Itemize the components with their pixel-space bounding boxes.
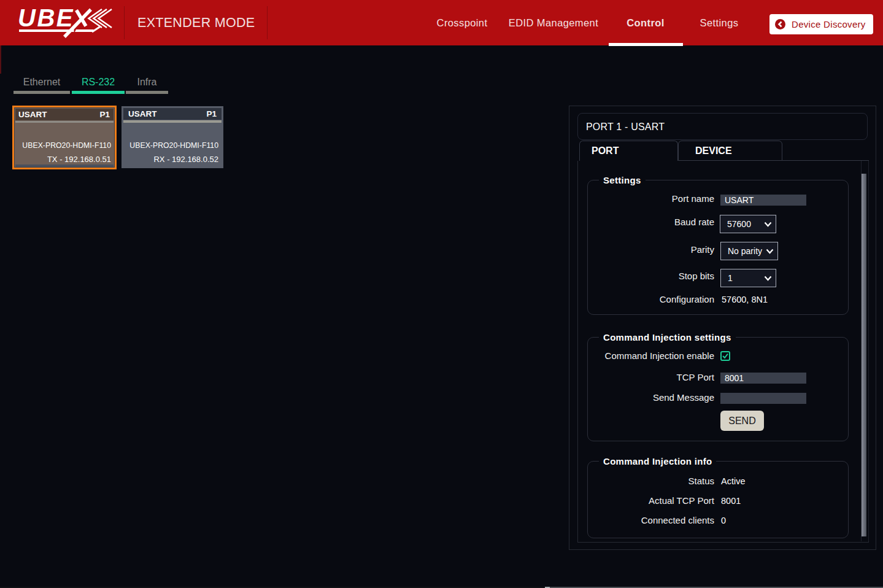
svg-text:UBE: UBE [18, 4, 74, 31]
